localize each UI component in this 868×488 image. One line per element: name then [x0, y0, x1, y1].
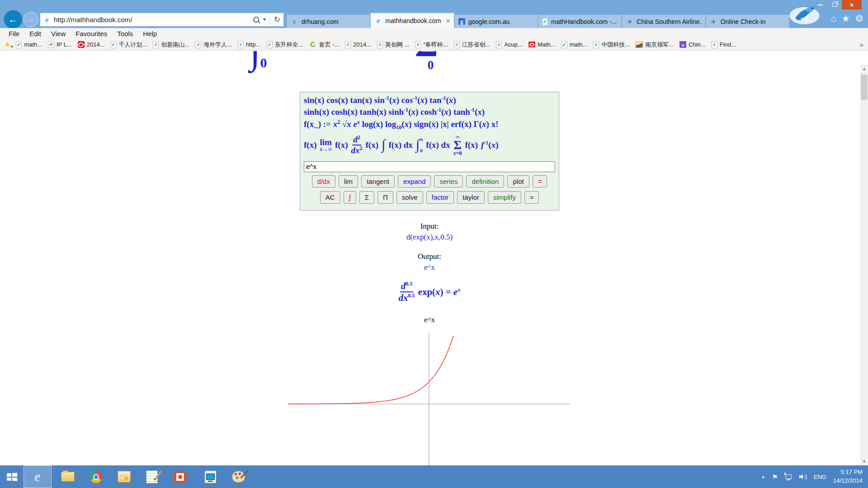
taskbar-file-explorer[interactable] [54, 465, 82, 488]
favorite-item[interactable]: 英创网 ... [375, 41, 411, 49]
clipped-integral-formula: ∫0 [250, 51, 267, 70]
taskbar-presentation[interactable] [166, 465, 194, 488]
math-action-button[interactable]: taylor [457, 191, 485, 204]
volume-icon[interactable] [799, 474, 807, 480]
favorite-label: math... [570, 41, 588, 48]
taskbar-paint[interactable] [224, 465, 252, 488]
system-tray: ▲ ⚑ ENG 5:17 PM 14/12/2014 [761, 468, 868, 485]
favorite-item[interactable]: 2014... [75, 41, 107, 48]
palette-calculus-line[interactable]: f(x)limx→∞f(x)d2dx2f(x)∫f(x) dx∫π0f(x) d… [304, 132, 555, 158]
app-icon [90, 471, 102, 483]
favorite-item[interactable]: 千人计划... [108, 41, 150, 49]
taskbar-chrome[interactable] [82, 465, 110, 488]
palette-functions-line[interactable]: f(x_) := x2 √x ex log(x) log10(x) sign(x… [304, 119, 555, 131]
tab-favicon-icon [291, 18, 298, 25]
expression-input[interactable] [304, 161, 555, 172]
math-action-button[interactable]: = [533, 175, 547, 188]
favorite-favicon-icon [712, 41, 717, 48]
browser-tab[interactable]: google.com.au [454, 14, 538, 28]
taskbar-display-settings[interactable] [196, 465, 224, 488]
favorite-item[interactable]: http... [236, 41, 263, 48]
browser-tab[interactable]: drhuang.com [287, 14, 370, 28]
palette-trig-line[interactable]: sin(x) cos(x) tan(x) sin-1(x) cos-1(x) t… [304, 95, 555, 105]
browser-titlebar: × ← → e http://mathhandbook.com/ ↻ drhua… [0, 0, 868, 28]
favorite-favicon-icon [195, 41, 201, 48]
favorite-item[interactable]: Math... [526, 41, 558, 48]
math-action-button[interactable]: ∫ [344, 191, 356, 204]
taskbar-notes[interactable] [138, 465, 166, 488]
home-icon[interactable]: ⌂ [831, 14, 837, 23]
math-action-button[interactable]: tangent [361, 175, 395, 188]
back-button[interactable]: ← [3, 9, 23, 29]
tab-close-icon[interactable]: × [446, 17, 450, 24]
favorite-item[interactable]: 2014... [343, 41, 373, 48]
clock[interactable]: 5:17 PM 14/12/2014 [833, 468, 863, 485]
add-favorite-icon[interactable]: ★ [3, 41, 12, 48]
action-center-flag-icon[interactable]: ⚑ [772, 474, 778, 480]
address-bar[interactable]: e http://mathhandbook.com/ ↻ [40, 13, 284, 27]
dropdown-caret-icon[interactable] [263, 19, 266, 21]
forward-button[interactable]: → [23, 12, 38, 27]
scroll-down-icon[interactable]: ▼ [860, 457, 868, 465]
math-action-button[interactable]: lim [339, 175, 358, 188]
settings-gear-icon[interactable]: ⚙ [855, 14, 863, 23]
math-action-button[interactable]: simplify [488, 191, 521, 204]
menu-item[interactable]: View [46, 30, 71, 38]
favorite-item[interactable]: 东升杯全... [264, 41, 306, 49]
menu-item[interactable]: Edit [24, 30, 46, 38]
browser-tab[interactable]: mathhandbook.com × [370, 13, 454, 28]
scroll-up-icon[interactable]: ▲ [860, 65, 868, 73]
favorite-item[interactable]: 南京领军... [633, 41, 676, 49]
math-action-button[interactable]: plot [507, 175, 529, 188]
start-button[interactable] [0, 465, 24, 488]
favorite-item[interactable]: 海外学人... [193, 41, 234, 49]
math-action-button[interactable]: AC [320, 191, 340, 204]
scrollbar-thumb[interactable] [861, 75, 868, 100]
math-action-button[interactable]: Π [377, 191, 393, 204]
favorite-item[interactable]: Chin... [677, 41, 708, 48]
browser-tab[interactable]: Online Check-in [706, 14, 789, 28]
favorite-item[interactable]: 江苏省创... [452, 41, 493, 49]
math-action-button[interactable]: solve [396, 191, 423, 204]
app-icon [146, 470, 158, 483]
math-action-button[interactable]: series [434, 175, 463, 188]
favorite-item[interactable]: math... [559, 41, 590, 48]
tab-label: drhuang.com [302, 18, 339, 25]
math-action-button[interactable]: expand [398, 175, 431, 188]
browser-tab[interactable]: mathHandbook.com -... [538, 14, 622, 28]
favorite-label: IP L... [57, 41, 72, 48]
favorites-star-icon[interactable]: ★ [841, 14, 850, 23]
favorite-item[interactable]: Find... [709, 41, 738, 48]
favorite-item[interactable]: 中国科技... [591, 41, 632, 49]
close-button[interactable]: × [842, 0, 862, 9]
favorites-overflow-chevron[interactable]: » [860, 41, 865, 48]
network-icon[interactable] [785, 474, 793, 480]
menu-item[interactable]: Tools [112, 30, 138, 38]
favorite-item[interactable]: math... [14, 41, 44, 48]
math-action-button[interactable]: factor [426, 191, 454, 204]
favorite-item[interactable]: 创新南山... [151, 41, 192, 49]
refresh-icon[interactable]: ↻ [274, 16, 280, 23]
math-action-button[interactable]: definition [466, 175, 504, 188]
favorite-item[interactable]: “春晖杯... [413, 41, 450, 49]
taskbar-internet-explorer[interactable] [24, 465, 52, 488]
language-indicator[interactable]: ENG [814, 474, 826, 480]
favorite-label: Find... [720, 41, 736, 48]
taskbar-outlook[interactable] [110, 465, 138, 488]
favorite-item[interactable]: 首页 -... [307, 41, 341, 49]
favorite-item[interactable]: IP L... [46, 41, 74, 48]
menu-item[interactable]: File [4, 30, 24, 38]
menu-item[interactable]: Help [138, 30, 162, 38]
math-action-button[interactable]: d/dx [312, 175, 335, 188]
vertical-scrollbar[interactable]: ▲ ▼ [860, 65, 868, 465]
palette-hyperbolic-line[interactable]: sinh(x) cosh(x) tanh(x) sinh-1(x) cosh-1… [304, 107, 555, 117]
math-action-button[interactable]: ≈ [524, 191, 539, 204]
math-action-button[interactable]: Σ [359, 191, 374, 204]
browser-tab[interactable]: China Southern Airline... [622, 14, 705, 28]
search-icon[interactable] [253, 17, 259, 23]
show-hidden-icons-icon[interactable]: ▲ [761, 474, 765, 479]
restore-button[interactable] [827, 0, 842, 9]
favorite-label: 2014... [87, 41, 105, 48]
menu-item[interactable]: Favourites [71, 30, 112, 38]
favorite-item[interactable]: Acup... [494, 41, 524, 48]
